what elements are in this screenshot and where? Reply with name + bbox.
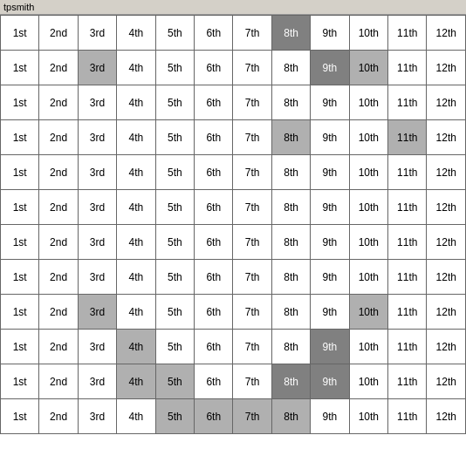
table-cell: 4th	[117, 51, 155, 85]
table-cell: 7th	[233, 85, 271, 120]
table-cell: 10th	[349, 330, 387, 364]
table-cell: 11th	[388, 85, 427, 120]
grid-container: 1st2nd3rd4th5th6th7th8th9th10th11th12th1…	[0, 15, 466, 434]
table-cell: 4th	[117, 260, 155, 295]
table-cell: 6th	[195, 295, 233, 330]
table-cell: 5th	[155, 364, 194, 399]
table-cell: 9th	[311, 51, 349, 85]
table-cell: 12th	[427, 225, 466, 260]
table-row: 1st2nd3rd4th5th6th7th8th9th10th11th12th	[1, 364, 466, 399]
table-cell: 6th	[195, 225, 233, 260]
table-cell: 4th	[117, 364, 155, 399]
table-cell: 12th	[427, 190, 466, 225]
table-cell: 10th	[349, 16, 387, 51]
table-cell: 1st	[1, 399, 39, 434]
table-cell: 5th	[155, 399, 194, 434]
table-cell: 5th	[155, 330, 194, 364]
table-cell: 9th	[311, 330, 349, 364]
table-row: 1st2nd3rd4th5th6th7th8th9th10th11th12th	[1, 399, 466, 434]
table-cell: 8th	[271, 364, 310, 399]
table-cell: 12th	[427, 120, 466, 155]
table-cell: 4th	[117, 16, 155, 51]
table-cell: 9th	[311, 399, 349, 434]
table-cell: 3rd	[78, 225, 116, 260]
table-cell: 8th	[271, 190, 310, 225]
table-cell: 7th	[233, 155, 271, 190]
table-cell: 1st	[1, 85, 39, 120]
table-cell: 1st	[1, 155, 39, 190]
table-cell: 2nd	[39, 85, 78, 120]
table-cell: 6th	[195, 16, 233, 51]
table-cell: 9th	[311, 295, 349, 330]
table-cell: 12th	[427, 399, 466, 434]
table-cell: 7th	[233, 190, 271, 225]
table-cell: 10th	[349, 295, 387, 330]
table-cell: 12th	[427, 364, 466, 399]
table-cell: 1st	[1, 295, 39, 330]
table-cell: 9th	[311, 260, 349, 295]
table-cell: 8th	[271, 260, 310, 295]
table-cell: 5th	[155, 120, 194, 155]
table-cell: 10th	[349, 225, 387, 260]
table-cell: 6th	[195, 120, 233, 155]
table-cell: 7th	[233, 399, 271, 434]
table-cell: 9th	[311, 155, 349, 190]
table-cell: 5th	[155, 51, 194, 85]
table-cell: 4th	[117, 190, 155, 225]
table-row: 1st2nd3rd4th5th6th7th8th9th10th11th12th	[1, 190, 466, 225]
table-cell: 5th	[155, 225, 194, 260]
table-cell: 3rd	[78, 330, 116, 364]
table-cell: 3rd	[78, 190, 116, 225]
table-cell: 7th	[233, 225, 271, 260]
table-cell: 8th	[271, 120, 310, 155]
table-cell: 6th	[195, 155, 233, 190]
table-cell: 1st	[1, 225, 39, 260]
table-cell: 3rd	[78, 364, 116, 399]
table-cell: 3rd	[78, 155, 116, 190]
table-cell: 9th	[311, 364, 349, 399]
table-cell: 2nd	[39, 260, 78, 295]
table-row: 1st2nd3rd4th5th6th7th8th9th10th11th12th	[1, 51, 466, 85]
table-cell: 5th	[155, 190, 194, 225]
table-cell: 3rd	[78, 295, 116, 330]
table-row: 1st2nd3rd4th5th6th7th8th9th10th11th12th	[1, 330, 466, 364]
table-cell: 7th	[233, 260, 271, 295]
table-cell: 10th	[349, 51, 387, 85]
table-cell: 11th	[388, 16, 427, 51]
table-cell: 2nd	[39, 120, 78, 155]
table-row: 1st2nd3rd4th5th6th7th8th9th10th11th12th	[1, 295, 466, 330]
table-cell: 11th	[388, 399, 427, 434]
table-cell: 11th	[388, 295, 427, 330]
table-cell: 2nd	[39, 330, 78, 364]
table-cell: 3rd	[78, 16, 116, 51]
table-cell: 8th	[271, 295, 310, 330]
table-cell: 2nd	[39, 51, 78, 85]
table-cell: 2nd	[39, 225, 78, 260]
table-cell: 11th	[388, 190, 427, 225]
table-cell: 10th	[349, 190, 387, 225]
table-cell: 6th	[195, 260, 233, 295]
table-cell: 11th	[388, 364, 427, 399]
table-cell: 7th	[233, 295, 271, 330]
table-cell: 7th	[233, 120, 271, 155]
schedule-table: 1st2nd3rd4th5th6th7th8th9th10th11th12th1…	[0, 15, 466, 434]
table-cell: 6th	[195, 399, 233, 434]
table-cell: 10th	[349, 260, 387, 295]
table-cell: 2nd	[39, 155, 78, 190]
table-cell: 9th	[311, 16, 349, 51]
table-cell: 2nd	[39, 190, 78, 225]
table-cell: 3rd	[78, 399, 116, 434]
table-cell: 3rd	[78, 260, 116, 295]
table-cell: 6th	[195, 85, 233, 120]
table-cell: 12th	[427, 51, 466, 85]
table-cell: 12th	[427, 295, 466, 330]
table-cell: 10th	[349, 155, 387, 190]
table-cell: 12th	[427, 155, 466, 190]
table-cell: 6th	[195, 190, 233, 225]
table-cell: 8th	[271, 330, 310, 364]
table-cell: 5th	[155, 295, 194, 330]
table-cell: 10th	[349, 364, 387, 399]
table-cell: 3rd	[78, 85, 116, 120]
table-cell: 1st	[1, 190, 39, 225]
table-cell: 2nd	[39, 295, 78, 330]
